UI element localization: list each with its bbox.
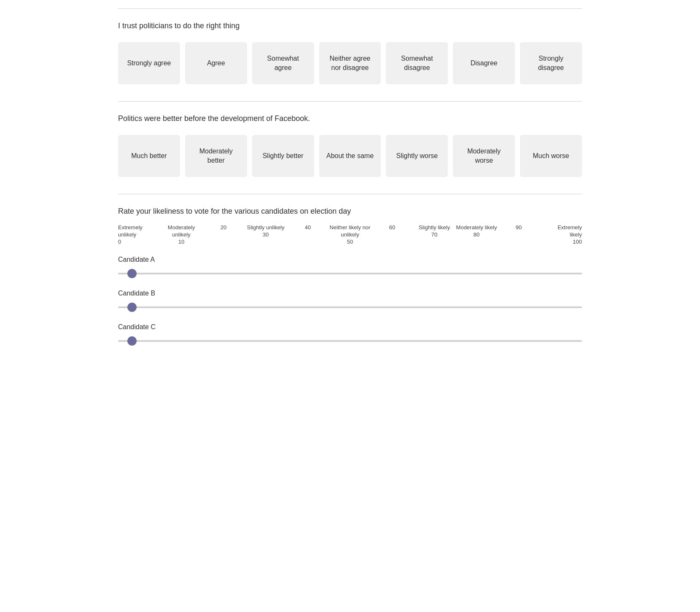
scale-labels-row: Extremelyunlikely 0 Moderately unlikely … <box>118 224 582 246</box>
candidate-slider-1[interactable] <box>118 306 582 308</box>
question1-section: I trust politicians to do the right thin… <box>118 8 582 101</box>
q2-option-6[interactable]: Much worse <box>520 135 582 177</box>
scale-label-60: 60 <box>371 224 413 246</box>
scale-label-90: 90 <box>498 224 540 246</box>
q2-option-4[interactable]: Slightly worse <box>386 135 448 177</box>
question2-text: Politics were better before the developm… <box>118 114 582 123</box>
q1-option-6[interactable]: Strongly disagree <box>520 42 582 84</box>
slider-wrapper-1 <box>118 302 582 310</box>
q1-option-2[interactable]: Somewhat agree <box>252 42 314 84</box>
q2-option-3[interactable]: About the same <box>319 135 381 177</box>
scale-label-40: 40 <box>287 224 329 246</box>
candidate-label-0: Candidate A <box>118 256 582 263</box>
candidate-block-0: Candidate A <box>118 256 582 276</box>
candidates-container: Candidate ACandidate BCandidate C <box>118 256 582 344</box>
question1-options: Strongly agreeAgreeSomewhat agreeNeither… <box>118 42 582 84</box>
scale-label-20: 20 <box>202 224 245 246</box>
q1-option-4[interactable]: Somewhat disagree <box>386 42 448 84</box>
q2-option-5[interactable]: Moderately worse <box>453 135 515 177</box>
candidate-slider-0[interactable] <box>118 273 582 274</box>
question3-text: Rate your likeliness to vote for the var… <box>118 207 582 216</box>
q1-option-0[interactable]: Strongly agree <box>118 42 180 84</box>
candidate-block-1: Candidate B <box>118 290 582 310</box>
q2-option-0[interactable]: Much better <box>118 135 180 177</box>
scale-label-extremely-unlikely: Extremelyunlikely 0 <box>118 224 160 246</box>
scale-label-moderately-likely: Moderately likely 80 <box>455 224 498 246</box>
scale-label-moderately-unlikely: Moderately unlikely 10 <box>160 224 202 246</box>
q2-option-1[interactable]: Moderately better <box>185 135 247 177</box>
slider-wrapper-0 <box>118 268 582 276</box>
question3-section: Rate your likeliness to vote for the var… <box>118 194 582 374</box>
question2-section: Politics were better before the developm… <box>118 101 582 194</box>
q2-option-2[interactable]: Slightly better <box>252 135 314 177</box>
q1-option-1[interactable]: Agree <box>185 42 247 84</box>
candidate-block-2: Candidate C <box>118 323 582 344</box>
scale-label-slightly-likely: Slightly likely 70 <box>413 224 455 246</box>
slider-wrapper-2 <box>118 336 582 344</box>
survey-container: I trust politicians to do the right thin… <box>105 0 595 382</box>
scale-label-neither: Neither likely norunlikely 50 <box>329 224 371 246</box>
candidate-label-2: Candidate C <box>118 323 582 331</box>
scale-label-slightly-unlikely: Slightly unlikely 30 <box>245 224 287 246</box>
q1-option-5[interactable]: Disagree <box>453 42 515 84</box>
question1-text: I trust politicians to do the right thin… <box>118 21 582 30</box>
q1-option-3[interactable]: Neither agree nor disagree <box>319 42 381 84</box>
candidate-label-1: Candidate B <box>118 290 582 297</box>
scale-label-extremely-likely: Extremelylikely 100 <box>540 224 582 246</box>
question2-options: Much betterModerately betterSlightly bet… <box>118 135 582 177</box>
candidate-slider-2[interactable] <box>118 340 582 342</box>
